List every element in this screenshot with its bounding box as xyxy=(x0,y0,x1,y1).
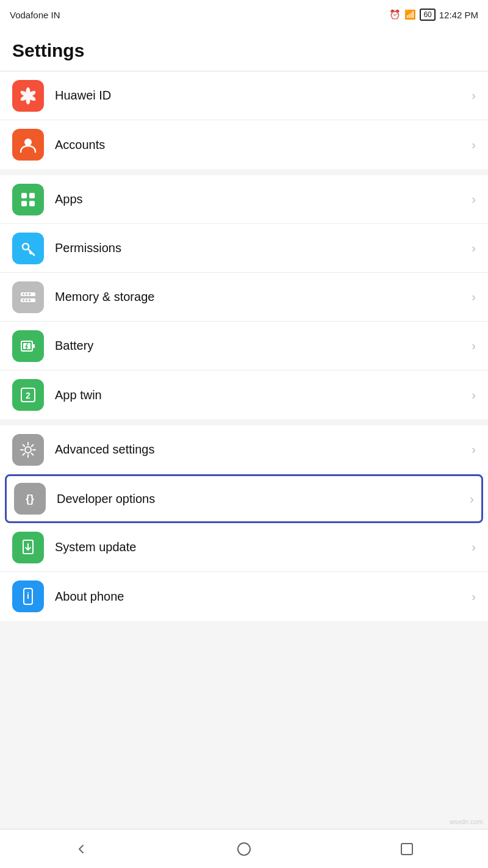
page-title: Settings xyxy=(12,40,476,61)
svg-rect-17 xyxy=(29,293,30,295)
settings-item-huawei-id[interactable]: Huawei ID › xyxy=(0,71,488,120)
signal-icon: 📶 xyxy=(404,9,416,20)
section-account: Huawei ID › Accounts › xyxy=(0,71,488,169)
system-update-label: System update xyxy=(55,540,472,554)
permissions-label: Permissions xyxy=(55,241,472,255)
developer-options-icon: {} xyxy=(14,483,46,515)
developer-options-label: Developer options xyxy=(57,492,470,506)
alarm-icon: ⏰ xyxy=(389,9,401,20)
svg-rect-15 xyxy=(23,293,24,295)
nav-bar xyxy=(0,829,488,868)
accounts-icon xyxy=(12,129,44,161)
settings-item-permissions[interactable]: Permissions › xyxy=(0,224,488,273)
developer-options-chevron: › xyxy=(470,492,474,506)
watermark: wsxdn.com xyxy=(450,818,483,825)
about-phone-chevron: › xyxy=(472,590,476,604)
svg-rect-7 xyxy=(21,193,27,198)
svg-point-26 xyxy=(25,447,31,453)
system-update-icon xyxy=(12,532,44,563)
settings-list: Huawei ID › Accounts › xyxy=(0,71,488,621)
svg-rect-32 xyxy=(401,844,412,855)
svg-point-31 xyxy=(238,843,250,855)
permissions-chevron: › xyxy=(472,241,476,255)
battery-icon xyxy=(12,330,44,362)
svg-rect-18 xyxy=(23,299,24,301)
svg-text:2: 2 xyxy=(26,391,30,400)
settings-item-app-twin[interactable]: 2 App twin › xyxy=(0,371,488,419)
svg-rect-19 xyxy=(26,299,27,301)
app-twin-label: App twin xyxy=(55,388,472,402)
accounts-label: Accounts xyxy=(55,138,472,152)
svg-rect-10 xyxy=(29,201,35,206)
time-display: 12:42 PM xyxy=(439,10,478,20)
back-button[interactable] xyxy=(72,840,90,858)
advanced-settings-chevron: › xyxy=(472,443,476,457)
svg-point-11 xyxy=(23,244,29,250)
settings-item-advanced-settings[interactable]: Advanced settings › xyxy=(0,425,488,474)
battery-chevron: › xyxy=(472,339,476,353)
settings-item-accounts[interactable]: Accounts › xyxy=(0,120,488,169)
advanced-settings-label: Advanced settings xyxy=(55,443,472,457)
apps-label: Apps xyxy=(55,192,472,206)
settings-item-apps[interactable]: Apps › xyxy=(0,175,488,224)
huawei-id-label: Huawei ID xyxy=(55,89,472,103)
accounts-chevron: › xyxy=(472,138,476,152)
svg-rect-9 xyxy=(21,201,27,206)
settings-item-battery[interactable]: Battery › xyxy=(0,322,488,371)
memory-storage-label: Memory & storage xyxy=(55,290,472,304)
svg-rect-22 xyxy=(32,344,35,348)
section-system: Advanced settings › {} Developer options… xyxy=(0,425,488,621)
svg-rect-8 xyxy=(29,193,35,198)
memory-storage-chevron: › xyxy=(472,290,476,304)
permissions-icon xyxy=(12,233,44,264)
status-bar: Vodafone IN ⏰ 📶 60 12:42 PM xyxy=(0,0,488,29)
carrier-text: Vodafone IN xyxy=(10,10,60,20)
svg-rect-20 xyxy=(29,299,30,301)
settings-item-about-phone[interactable]: i About phone › xyxy=(0,572,488,621)
recents-button[interactable] xyxy=(398,840,416,858)
about-phone-icon: i xyxy=(12,580,44,612)
system-update-chevron: › xyxy=(472,540,476,554)
settings-item-system-update[interactable]: System update › xyxy=(0,523,488,572)
page-title-bar: Settings xyxy=(0,29,488,71)
huawei-id-icon xyxy=(12,80,44,112)
settings-item-developer-options[interactable]: {} Developer options › xyxy=(5,474,483,523)
about-phone-label: About phone xyxy=(55,590,472,604)
app-twin-chevron: › xyxy=(472,388,476,402)
memory-storage-icon xyxy=(12,281,44,313)
svg-point-6 xyxy=(24,139,32,146)
apps-chevron: › xyxy=(472,192,476,206)
huawei-id-chevron: › xyxy=(472,89,476,103)
svg-text:i: i xyxy=(27,591,29,601)
advanced-settings-icon xyxy=(12,434,44,466)
battery-label: Battery xyxy=(55,339,472,353)
svg-rect-16 xyxy=(26,293,27,295)
section-apps: Apps › Permissions › xyxy=(0,175,488,419)
status-icons: ⏰ 📶 60 12:42 PM xyxy=(389,9,478,21)
svg-text:{}: {} xyxy=(26,493,34,505)
battery-badge: 60 xyxy=(420,9,435,21)
app-twin-icon: 2 xyxy=(12,379,44,411)
home-button[interactable] xyxy=(235,840,253,858)
settings-item-memory-storage[interactable]: Memory & storage › xyxy=(0,273,488,322)
apps-icon xyxy=(12,184,44,215)
